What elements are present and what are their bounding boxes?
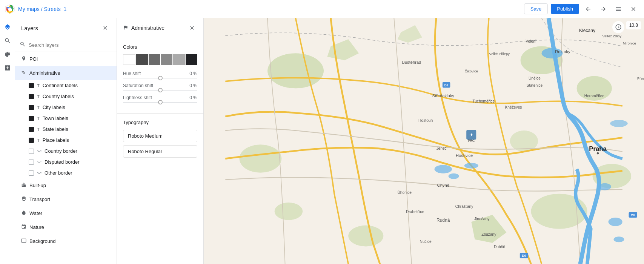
- svg-text:Nučice: Nučice: [420, 239, 432, 244]
- breadcrumb: My maps / Streets_1: [18, 6, 521, 12]
- coord-value: 10.8: [629, 23, 638, 28]
- admin-panel-title: Administrative: [131, 25, 184, 31]
- sidebar-search-btn[interactable]: [2, 35, 14, 47]
- layer-item-state-labels[interactable]: T State labels: [15, 124, 117, 135]
- svg-text:Čičovice: Čičovice: [465, 69, 478, 73]
- layer-item-town-labels[interactable]: T Town labels: [15, 113, 117, 124]
- country-labels-color: [29, 94, 34, 99]
- close-button[interactable]: [627, 3, 639, 15]
- saturation-shift-handle[interactable]: [158, 88, 163, 92]
- svg-text:Přezlice: Přezlice: [637, 77, 644, 80]
- layer-item-country-labels[interactable]: T Country labels: [15, 91, 117, 102]
- font-roboto-regular[interactable]: Roboto Regular: [123, 145, 197, 158]
- search-layers-input[interactable]: [29, 42, 112, 48]
- hue-shift-track[interactable]: [123, 78, 197, 78]
- lightness-shift-track[interactable]: [123, 102, 197, 103]
- lightness-shift-label: Lightness shift: [123, 95, 152, 100]
- layers-header: Layers: [15, 18, 117, 38]
- place-labels-label: Place labels: [43, 137, 69, 143]
- disputed-border-color: [29, 160, 34, 165]
- svg-text:D0: D0: [522, 254, 526, 258]
- admin-panel-close-button[interactable]: [187, 23, 197, 33]
- svg-point-11: [8, 8, 11, 11]
- font-roboto-medium[interactable]: Roboto Medium: [123, 130, 197, 142]
- main-layout: Layers POI Admi: [0, 18, 644, 264]
- svg-point-17: [240, 144, 282, 173]
- layer-group-background[interactable]: Background: [15, 234, 117, 248]
- saturation-shift-track[interactable]: [123, 90, 197, 91]
- line-icon-other: [37, 170, 41, 176]
- swatch-dark1[interactable]: [136, 54, 148, 65]
- svg-text:M0: M0: [631, 213, 635, 217]
- layer-item-country-border[interactable]: Country border: [15, 146, 117, 157]
- lightness-shift-handle[interactable]: [158, 100, 163, 104]
- typography-section: Typography Roboto Medium Roboto Regular: [117, 114, 203, 167]
- swatch-dark3[interactable]: [161, 54, 172, 65]
- svg-text:Tuchoměřice: Tuchoměřice: [472, 99, 495, 103]
- swatch-dark2[interactable]: [149, 54, 160, 65]
- svg-point-26: [434, 165, 452, 173]
- save-button[interactable]: Save: [524, 3, 548, 14]
- layer-item-place-labels[interactable]: T Place labels: [15, 135, 117, 146]
- layer-item-continent-labels[interactable]: T Continent labels: [15, 80, 117, 91]
- transport-label: Transport: [29, 196, 111, 202]
- text-icon-place: T: [37, 138, 40, 143]
- svg-text:Klecany: Klecany: [579, 28, 596, 33]
- disputed-border-label: Disputed border: [45, 159, 80, 165]
- icon-sidebar: [0, 18, 15, 264]
- background-icon: [21, 238, 26, 244]
- svg-point-28: [464, 163, 478, 169]
- city-labels-color: [29, 105, 34, 110]
- svg-point-13: [267, 53, 324, 88]
- layer-group-nature[interactable]: Nature: [15, 220, 117, 234]
- topbar-actions: Save Publish: [524, 3, 639, 15]
- typography-title: Typography: [123, 120, 197, 125]
- swatch-black[interactable]: [186, 54, 197, 65]
- hue-shift-handle[interactable]: [158, 76, 163, 80]
- layer-group-administrative[interactable]: Administrative: [15, 66, 117, 80]
- poi-label: POI: [29, 56, 111, 62]
- map-area[interactable]: ✈ PRG D7 M0 D0 Klecany Velenǐ Mironice V…: [204, 18, 644, 264]
- svg-point-62: [597, 152, 599, 155]
- svg-text:Úněice: Úněice: [529, 76, 541, 80]
- back-button[interactable]: [582, 3, 594, 15]
- layer-group-poi[interactable]: POI: [15, 52, 117, 66]
- breadcrumb-current[interactable]: Streets_1: [44, 6, 66, 12]
- swatch-dark4[interactable]: [173, 54, 185, 65]
- sidebar-style-btn[interactable]: [2, 48, 14, 60]
- background-label: Background: [29, 238, 111, 244]
- built-up-icon: [21, 182, 26, 189]
- svg-text:Hostouň: Hostouň: [418, 118, 433, 123]
- publish-button[interactable]: Publish: [551, 4, 579, 14]
- sidebar-layers-btn[interactable]: [2, 21, 14, 33]
- svg-text:Drahelčice: Drahelčice: [406, 210, 424, 214]
- layer-group-water[interactable]: Water: [15, 206, 117, 220]
- svg-point-20: [348, 226, 383, 247]
- layers-close-button[interactable]: [100, 23, 111, 33]
- layer-item-city-labels[interactable]: T City labels: [15, 102, 117, 113]
- svg-text:Chýně: Chýně: [437, 183, 449, 187]
- town-labels-color: [29, 116, 34, 121]
- svg-point-30: [609, 218, 622, 226]
- forward-button[interactable]: [597, 3, 609, 15]
- map-time-icon[interactable]: [612, 21, 624, 33]
- layer-item-other-border[interactable]: Other border: [15, 167, 117, 178]
- country-border-label: Country border: [45, 148, 77, 154]
- other-border-label: Other border: [45, 170, 72, 176]
- layer-group-built-up[interactable]: Built-up: [15, 178, 117, 192]
- transport-icon: [21, 196, 26, 203]
- map-coordinate: 10.8: [626, 21, 641, 29]
- layer-item-disputed-border[interactable]: Disputed border: [15, 157, 117, 167]
- svg-text:Chrášťany: Chrášťany: [455, 204, 474, 209]
- layer-group-transport[interactable]: Transport: [15, 192, 117, 206]
- line-icon-disputed: [37, 160, 41, 165]
- sidebar-plus-btn[interactable]: [2, 62, 14, 74]
- menu-button[interactable]: [612, 3, 624, 15]
- text-icon-continent: T: [37, 83, 40, 88]
- topbar: My maps / Streets_1 Save Publish: [0, 0, 644, 18]
- svg-point-29: [598, 183, 611, 190]
- state-labels-color: [29, 127, 34, 132]
- svg-point-27: [449, 173, 459, 179]
- svg-text:Kněževes: Kněževes: [505, 105, 522, 109]
- swatch-white[interactable]: [123, 54, 135, 65]
